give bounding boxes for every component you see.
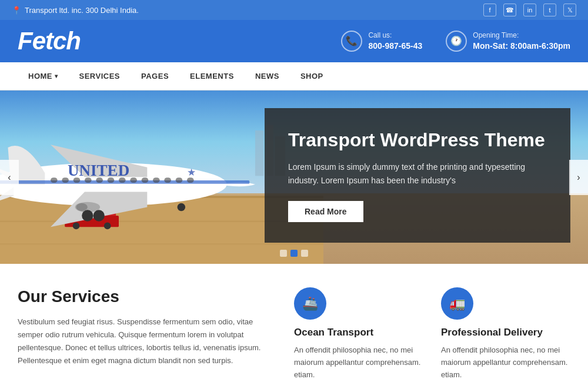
service-card-ocean: 🚢 Ocean Transport An offendit philosophi…: [294, 287, 423, 379]
hours-info: 🕐 Opening Time: Mon-Sat: 8:00am-6:30pm: [446, 31, 570, 52]
linkedin-icon[interactable]: in: [523, 4, 536, 16]
ocean-transport-title: Ocean Transport: [294, 327, 423, 338]
hero-read-more-button[interactable]: Read More: [288, 201, 363, 222]
call-number: 800-987-65-43: [368, 41, 422, 52]
hours-label: Opening Time:: [473, 31, 570, 41]
facebook-icon[interactable]: f: [483, 4, 496, 16]
nav-item-shop[interactable]: SHOP: [290, 62, 334, 90]
site-header: Fetch 📞 Call us: 800-987-65-43 🕐 Opening…: [0, 20, 588, 62]
nav-item-elements[interactable]: ELEMENTS: [179, 62, 245, 90]
svg-point-29: [76, 203, 88, 212]
svg-rect-20: [130, 177, 137, 183]
site-logo[interactable]: Fetch: [18, 27, 81, 55]
slider-next-arrow[interactable]: ›: [569, 160, 588, 195]
svg-point-31: [93, 210, 105, 221]
nav-item-pages[interactable]: PAGES: [131, 62, 179, 90]
address-bar: 📍 Transport ltd. inc. 300 Delhi India.: [12, 6, 139, 15]
services-intro: Our Services Vestibulum sed feugiat risu…: [18, 287, 270, 379]
ocean-transport-icon: 🚢: [294, 287, 326, 320]
svg-point-32: [178, 203, 186, 212]
delivery-icon: 🚛: [441, 287, 473, 320]
phone-info: 📞 Call us: 800-987-65-43: [341, 31, 422, 52]
svg-text:UNITED: UNITED: [68, 162, 129, 179]
slide-dot-2[interactable]: [290, 250, 298, 257]
clock-icon: 🕐: [446, 31, 467, 52]
svg-rect-13: [51, 177, 58, 183]
hours-text: Opening Time: Mon-Sat: 8:00am-6:30pm: [473, 31, 570, 52]
nav-item-home[interactable]: HOME ▾: [18, 62, 69, 90]
hero-panel: Transport WordPress Theme Lorem Ipsum is…: [265, 108, 570, 243]
svg-rect-0: [255, 130, 263, 176]
svg-text:★: ★: [187, 166, 196, 178]
nav-item-services[interactable]: SERVICES: [69, 62, 131, 90]
services-description: Vestibulum sed feugiat risus. Suspendiss…: [18, 316, 270, 367]
call-label: Call us:: [368, 31, 422, 41]
services-cards: 🚢 Ocean Transport An offendit philosophi…: [294, 287, 570, 379]
hours-value: Mon-Sat: 8:00am-6:30pm: [473, 41, 570, 52]
svg-point-9: [73, 223, 80, 230]
skype-icon[interactable]: ☎: [503, 4, 516, 16]
twitter-icon[interactable]: 𝕏: [563, 4, 576, 16]
slide-dot-1[interactable]: [280, 250, 287, 257]
delivery-desc: An offendit philosophia nec, no mei maio…: [441, 344, 570, 379]
header-contact: 📞 Call us: 800-987-65-43 🕐 Opening Time:…: [341, 31, 570, 52]
service-card-delivery: 🚛 Professional Delivery An offendit phil…: [441, 287, 570, 379]
svg-rect-24: [176, 177, 183, 183]
slider-prev-arrow[interactable]: ‹: [0, 160, 19, 195]
phone-icon: 📞: [341, 31, 362, 52]
svg-rect-21: [142, 177, 149, 183]
phone-text: Call us: 800-987-65-43: [368, 31, 422, 52]
address-text: Transport ltd. inc. 300 Delhi India.: [25, 6, 139, 15]
svg-rect-22: [153, 177, 160, 183]
svg-point-30: [82, 210, 93, 221]
svg-rect-23: [164, 177, 171, 183]
hero-title: Transport WordPress Theme: [288, 129, 547, 151]
slider-dots: [280, 250, 308, 257]
chevron-down-icon: ▾: [55, 73, 58, 79]
hero-description: Lorem Ipsum is simply dummy text of the …: [288, 160, 547, 187]
hero-slider: UNITED ★ Transport WordPress Theme Lorem…: [0, 90, 588, 264]
ocean-transport-desc: An offendit philosophia nec, no mei maio…: [294, 344, 423, 379]
tumblr-icon[interactable]: t: [543, 4, 556, 16]
svg-rect-25: [187, 177, 194, 183]
services-section: Our Services Vestibulum sed feugiat risu…: [0, 264, 588, 379]
main-nav: HOME ▾ SERVICES PAGES ELEMENTS NEWS SHOP: [0, 62, 588, 90]
services-title: Our Services: [18, 287, 270, 306]
nav-item-news[interactable]: NEWS: [245, 62, 290, 90]
delivery-title: Professional Delivery: [441, 327, 570, 338]
top-bar: 📍 Transport ltd. inc. 300 Delhi India. f…: [0, 0, 588, 20]
pin-icon: 📍: [12, 6, 21, 15]
slide-dot-3[interactable]: [301, 250, 308, 257]
svg-point-10: [104, 223, 111, 230]
social-links: f ☎ in t 𝕏: [483, 4, 576, 16]
